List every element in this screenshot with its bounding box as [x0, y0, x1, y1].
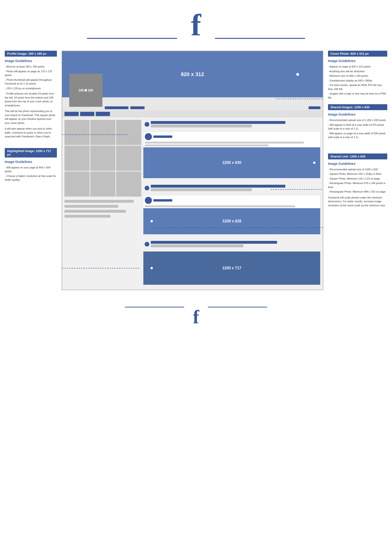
shared-link-guide-5: - Rectangular Photo: Minimum 484 x 252 o…: [328, 190, 387, 194]
profile-guide-3: - Photo thumbnail will appear throughout…: [5, 78, 57, 86]
shared-img-guide-2: - Will appear in feed at a max width of …: [328, 123, 387, 131]
footer-line-right: [208, 307, 267, 307]
shared-dot-630: [313, 161, 315, 164]
shared-link-section: Shared Link: 1200 x 628 Image Guidelines…: [328, 153, 387, 208]
footer-line-left: [125, 307, 184, 307]
highlighted-guide-1: - Will appear on your page at 843 x 504 …: [5, 166, 57, 173]
profile-guide-1: - Must be at least 180 x 180 pixels.: [5, 65, 57, 69]
info-line-3: [308, 106, 320, 109]
thumb-2: [90, 120, 115, 145]
shared-images-guidelines-title: Image Guidelines: [328, 112, 387, 116]
post-divider-avatar-3: [145, 242, 149, 247]
profile-guidelines: - Must be at least 180 x 180 pixels. - P…: [5, 65, 57, 138]
highlighted-guidelines: - Will appear on your page at 843 x 504 …: [5, 166, 57, 182]
post-card-2: 1200 x 628: [143, 195, 320, 235]
cover-photo-guidelines: - Appear on page at 820 x 312 pixels - A…: [328, 65, 387, 99]
profile-guide-5: - Profile pictures are located 24 pixels…: [5, 92, 57, 107]
shared-link-guidelines-title: Image Guidelines: [328, 162, 387, 166]
cover-guide-6: - Images with a logo or text may be best…: [328, 92, 387, 99]
post-divider-avatar-1: [145, 122, 149, 127]
shared-image-label-630: 1200 x 630: [222, 161, 241, 165]
info-line-2: [130, 106, 145, 109]
sidebar-block-4: [64, 215, 111, 218]
post-name-line-1: [153, 135, 172, 138]
shared-images-section: Shared Images: 1200 x 630 Image Guidelin…: [328, 104, 387, 139]
cover-photo-header: Cover Photo: 820 x 312 px: [328, 51, 387, 57]
shared-dot-717: [150, 267, 153, 269]
post-div2-line-1: [151, 185, 285, 187]
profile-guide-4: - 128 x 128 px on smartphones: [5, 86, 57, 90]
highlighted-header: Highlighted Image: 1200 x 717 px: [5, 148, 57, 158]
highlighted-guidelines-title: Image Guidelines: [5, 160, 57, 164]
middle-panel: 820 x 312 180 x 180: [59, 51, 326, 290]
sidebar-block-3: [64, 210, 126, 213]
post-card-3: 1200 x 717: [143, 251, 320, 285]
cover-guide-2: - Anything less will be stretched.: [328, 69, 387, 73]
header-line-right: [215, 38, 305, 39]
cover-photo-area: 820 x 312 180 x 180: [62, 51, 323, 97]
profile-dot: [85, 89, 87, 91]
post-div3-line-1: [151, 241, 277, 244]
shared-link-header: Shared Link: 1200 x 628: [328, 153, 387, 159]
shared-images-header: Shared Images: 1200 x 630: [328, 104, 387, 110]
profile-guidelines-title: Image Guidelines: [5, 59, 57, 63]
sidebar-block-1: [64, 200, 134, 203]
thumb-5: [90, 146, 115, 171]
profile-guide-2: - Photo will appear on page as 170 x 170…: [5, 69, 57, 77]
shared-link-guide-6: Facebook will scale photos under the min…: [328, 196, 387, 208]
shared-dot-628: [150, 220, 153, 222]
header-line-left: [87, 38, 177, 39]
post-avatar-1: [145, 133, 152, 140]
profile-image-area: 180 x 180: [69, 74, 102, 107]
timeline-content: 1200 x 630: [62, 118, 323, 290]
info-line-1: [105, 106, 128, 109]
footer-logo: f: [193, 307, 199, 326]
header-logo: f: [191, 9, 201, 40]
thumb-1: [64, 120, 90, 145]
thumb-4: [64, 146, 90, 171]
sidebar-block-2: [64, 205, 118, 208]
cover-guide-5: - For best results, upload an RGB JPG fi…: [328, 83, 387, 91]
left-panel: Profile Image: 180 x 180 px Image Guidel…: [5, 51, 59, 290]
timeline-right-col: 1200 x 630: [143, 120, 320, 287]
shared-link-guide-1: - Recommended upload size of 1200 x 628: [328, 167, 387, 172]
shared-link-guide-2: - Square Photo: Minimum 154 x 154px in f…: [328, 172, 387, 176]
post-text-1: [145, 142, 304, 144]
post-div3-line-2: [151, 244, 243, 247]
nav-tab-2: [80, 112, 94, 116]
post-card-1: 1200 x 630: [143, 132, 320, 178]
profile-guide-6: This will be the photo representing you …: [5, 109, 57, 125]
header: f: [0, 0, 392, 44]
nav-tab-3: [96, 112, 110, 116]
timeline-left-col: [64, 120, 141, 287]
shared-image-label-717: 1200 x 717: [222, 266, 241, 270]
shared-link-guide-3: - Square Photo: Minimum 116 x 116 on pag…: [328, 177, 387, 181]
fb-page-mockup: 820 x 312 180 x 180: [62, 51, 323, 290]
post-divider-2: [143, 184, 320, 192]
shared-image-717: 1200 x 717: [143, 251, 320, 285]
shared-img-guide-1: - Recommended upload size of 1,200 x 630…: [328, 118, 387, 122]
post-div-line-1: [151, 121, 285, 124]
header-lines: [0, 38, 392, 39]
profile-guide-7: It will also appear when you post to oth…: [5, 127, 57, 138]
cover-guide-3: - Minimum size of 400 x 150 pixels.: [328, 74, 387, 78]
nav-tab-1: [64, 112, 79, 116]
cover-guide-4: - Smartphones display as 640 x 360px: [328, 79, 387, 83]
post-header-1: [143, 132, 320, 142]
thumbnail-grid: [64, 120, 141, 197]
thumb-6: [116, 146, 141, 171]
nav-tabs-area: [62, 110, 323, 118]
post-text-2: [145, 145, 268, 146]
post-div2-line-2: [151, 188, 252, 191]
profile-section: Profile Image: 180 x 180 px Image Guidel…: [5, 51, 57, 138]
shared-image-label-628: 1200 x 628: [222, 219, 241, 223]
highlighted-section: Highlighted Image: 1200 x 717 px Image G…: [5, 148, 57, 182]
post-divider-avatar-2: [145, 186, 149, 190]
cover-photo-section: Cover Photo: 820 x 312 px Image Guidelin…: [328, 51, 387, 99]
profile-header: Profile Image: 180 x 180 px: [5, 51, 57, 57]
thumb-8: [90, 172, 115, 197]
shared-link-guidelines: - Recommended upload size of 1200 x 628 …: [328, 167, 387, 208]
cover-dot: [296, 73, 299, 76]
cover-photo-guidelines-title: Image Guidelines: [328, 59, 387, 63]
shared-link-guide-4: - Rectangular Photo: Minimum 470 x 246 p…: [328, 181, 387, 189]
